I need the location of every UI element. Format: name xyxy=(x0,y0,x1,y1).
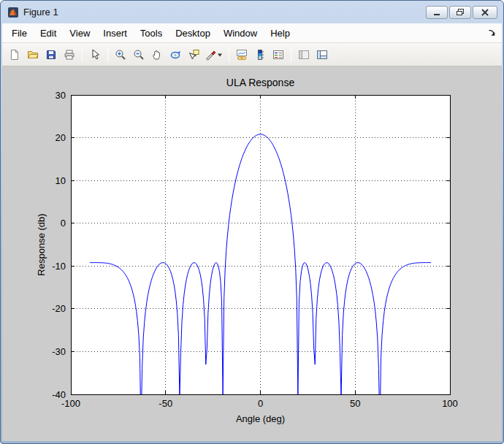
insert-colorbar-button[interactable] xyxy=(251,46,269,64)
matlab-figure-icon xyxy=(7,7,19,18)
toolbar-separator xyxy=(291,47,291,62)
restore-button[interactable] xyxy=(449,6,471,19)
x-tick-label: 50 xyxy=(350,398,360,409)
restore-icon xyxy=(456,8,465,16)
y-tick-label: -30 xyxy=(52,346,66,357)
edit-plot-icon xyxy=(89,49,101,61)
x-tick-label: 100 xyxy=(442,398,458,409)
plot-title: ULA Response xyxy=(226,77,295,88)
insert-colorbar-icon xyxy=(254,49,266,61)
menu-desktop[interactable]: Desktop xyxy=(169,24,217,42)
minimize-icon xyxy=(432,9,441,16)
brush-data-button[interactable] xyxy=(203,46,225,64)
menu-edit[interactable]: Edit xyxy=(34,24,63,42)
window-title: Figure 1 xyxy=(23,7,426,18)
toolbar-separator xyxy=(229,47,229,62)
menu-help[interactable]: Help xyxy=(264,24,297,42)
x-tick-label: 0 xyxy=(258,398,263,409)
open-file-button[interactable] xyxy=(24,46,42,64)
figure-toolbar xyxy=(2,43,502,66)
show-plot-tools-button[interactable] xyxy=(313,46,331,64)
link-plot-button[interactable] xyxy=(233,46,251,64)
close-button[interactable] xyxy=(473,6,497,19)
rotate-3d-button[interactable] xyxy=(167,46,184,64)
titlebar[interactable]: Figure 1 xyxy=(2,1,502,23)
toolbar-separator xyxy=(107,47,108,62)
y-tick-label: 0 xyxy=(61,218,66,229)
menu-file[interactable]: File xyxy=(5,24,34,42)
menu-tools[interactable]: Tools xyxy=(134,24,169,42)
pan-button[interactable] xyxy=(148,46,166,64)
open-file-icon xyxy=(27,49,39,61)
insert-legend-icon xyxy=(272,49,284,61)
zoom-out-button[interactable] xyxy=(130,46,148,64)
edit-plot-button[interactable] xyxy=(86,46,104,64)
figure-window: Figure 1 File Edit View Insert xyxy=(0,0,504,444)
new-figure-icon xyxy=(9,49,20,61)
plot-axes[interactable]: -100-50050100-40-30-20-100102030ULA Resp… xyxy=(2,66,502,441)
pan-icon xyxy=(151,49,163,61)
new-figure-button[interactable] xyxy=(6,46,23,64)
window-controls xyxy=(426,6,497,19)
insert-legend-button[interactable] xyxy=(270,46,287,64)
minimize-button[interactable] xyxy=(426,6,448,19)
y-axis-label: Response (db) xyxy=(36,213,47,275)
save-figure-icon xyxy=(45,49,57,61)
toolbar-separator xyxy=(82,47,83,62)
x-tick-label: -50 xyxy=(159,398,172,409)
menu-window[interactable]: Window xyxy=(217,24,264,42)
y-tick-label: -10 xyxy=(52,261,66,272)
menu-view[interactable]: View xyxy=(63,24,96,42)
menubar: File Edit View Insert Tools Desktop Wind… xyxy=(2,23,502,43)
print-figure-button[interactable] xyxy=(61,46,78,64)
y-tick-label: 30 xyxy=(56,90,66,101)
x-axis-label: Angle (deg) xyxy=(236,413,285,424)
y-tick-label: -40 xyxy=(52,389,66,400)
close-icon xyxy=(481,9,489,16)
y-tick-label: 10 xyxy=(56,175,66,186)
zoom-out-icon xyxy=(133,49,145,61)
hide-plot-tools-icon xyxy=(298,49,310,61)
data-cursor-button[interactable] xyxy=(185,46,202,64)
link-plot-icon xyxy=(236,49,248,61)
brush-icon xyxy=(205,49,223,61)
print-figure-icon xyxy=(64,49,75,61)
save-figure-button[interactable] xyxy=(42,46,60,64)
zoom-in-icon xyxy=(115,49,126,61)
y-tick-label: 20 xyxy=(56,132,66,143)
dock-figure-icon[interactable] xyxy=(487,28,497,38)
show-plot-tools-icon xyxy=(316,49,328,61)
rotate-3d-icon xyxy=(169,49,181,61)
menu-insert[interactable]: Insert xyxy=(96,24,134,42)
hide-plot-tools-button[interactable] xyxy=(295,46,313,64)
data-cursor-icon xyxy=(188,49,199,61)
figure-canvas: -100-50050100-40-30-20-100102030ULA Resp… xyxy=(2,66,502,441)
y-tick-label: -20 xyxy=(52,303,66,314)
zoom-in-button[interactable] xyxy=(112,46,129,64)
